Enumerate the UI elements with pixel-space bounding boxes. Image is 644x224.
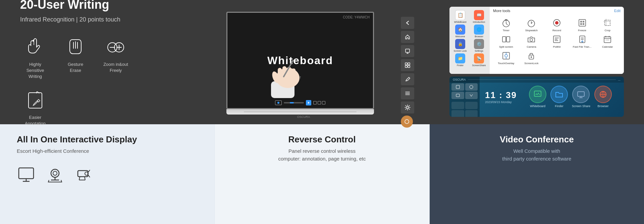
- main-title: 20-User Writing: [20, 0, 134, 12]
- bottom-app-finder[interactable]: Finder: [550, 86, 568, 108]
- col1-icons: [17, 165, 93, 184]
- subtitle: Infrared Recognition | 20 points touch: [20, 16, 134, 23]
- feature-label-annotation: EasierAnnotation: [25, 115, 46, 127]
- mini-app-settings[interactable]: ⚙️ Settings: [470, 39, 488, 52]
- svg-point-67: [470, 85, 473, 89]
- svg-rect-12: [408, 65, 410, 68]
- tool-stopwatch[interactable]: Stopwatch: [520, 17, 543, 32]
- bottom-app-finder-label: Finder: [555, 104, 564, 108]
- svg-rect-10: [408, 63, 410, 65]
- bottom-app-browser-label: Browser: [597, 104, 608, 108]
- left-panel: 20-User Writing Infrared Recognition | 2…: [20, 0, 141, 127]
- more-tools-label: More tools: [493, 9, 510, 13]
- svg-rect-82: [78, 171, 88, 177]
- tool-camera[interactable]: Camera: [520, 34, 543, 48]
- edit-label[interactable]: Edit: [614, 9, 621, 13]
- whiteboard-frame: CODE: Y4WWCH Whiteboard: [226, 12, 374, 109]
- tool-timer-label: Timer: [503, 29, 509, 32]
- sidebar-icon-settings[interactable]: [401, 101, 414, 114]
- svg-rect-68: [456, 94, 460, 97]
- col3-title: Video Conference: [500, 134, 574, 145]
- bottom-app-whiteboard[interactable]: Whiteboard: [529, 86, 546, 108]
- mini-app-intro[interactable]: 📖 Introduction: [470, 10, 488, 23]
- bottom-section: All In One Interactive Display Escort Hi…: [0, 124, 644, 224]
- col-video-conference: Video Conference Well Compatible with th…: [430, 124, 644, 224]
- mini-app-screenshare[interactable]: 📡 ScreenShare: [470, 53, 488, 66]
- top-section: 20-User Writing Infrared Recognition | 2…: [0, 0, 644, 124]
- tool-calendar-label: Calendar: [602, 45, 613, 48]
- right-panel: 📋 WhiteBoard 📖 Introduction 🏠 Welcome: [449, 7, 624, 118]
- sidebar-icons: [401, 17, 416, 128]
- sidebar-icon-back[interactable]: [401, 17, 414, 29]
- mini-app-browser[interactable]: 🌐 Browser: [470, 25, 488, 38]
- col2-subtitle: Panel reverse control wireless computer:…: [278, 147, 366, 163]
- feature-label-zoom: Zoom in&outFreely: [103, 61, 128, 74]
- monitor-icon: [17, 165, 36, 184]
- svg-rect-11: [405, 65, 407, 68]
- tool-crop[interactable]: Crop: [596, 17, 619, 32]
- svg-rect-66: [456, 85, 460, 89]
- svg-rect-23: [292, 69, 296, 79]
- tool-freeze-label: Freeze: [578, 29, 586, 32]
- col3-subtitle: Well Compatible with third party confere…: [502, 147, 571, 163]
- col2-title: Reverse Control: [288, 134, 356, 145]
- svg-rect-39: [583, 23, 584, 25]
- sidebar-icon-home[interactable]: [401, 31, 414, 43]
- mini-app-whiteboard[interactable]: 📋 WhiteBoard: [451, 10, 469, 23]
- col1-title: All In One Interactive Display: [17, 134, 137, 145]
- tool-splitscreen[interactable]: Split screen: [494, 34, 518, 48]
- svg-marker-27: [308, 102, 310, 104]
- tool-screenlock[interactable]: ScreenLock: [520, 50, 543, 65]
- sidebar-icon-circle[interactable]: [401, 116, 413, 128]
- webcam-icon: [46, 165, 64, 184]
- tool-calendar[interactable]: Calendar: [596, 34, 619, 48]
- whiteboard-base: [226, 109, 374, 115]
- app-screenshot-bottom: OSCURA ...: [449, 77, 624, 117]
- whiteboard-container: CODE: Y4WWCH Whiteboard: [226, 12, 381, 113]
- svg-point-34: [555, 21, 558, 25]
- tool-timer[interactable]: Timer: [494, 17, 518, 32]
- tool-freeze[interactable]: Freeze: [571, 17, 594, 32]
- mini-app-screenlock[interactable]: 🔒 Screen Lock: [451, 39, 469, 52]
- tool-crop-label: Crop: [605, 29, 610, 32]
- svg-rect-70: [578, 92, 584, 96]
- sidebar-icon-pen[interactable]: [401, 73, 414, 85]
- mini-app-finder[interactable]: 📁 Finder: [451, 53, 469, 66]
- tool-record[interactable]: Record: [545, 17, 569, 32]
- mini-app-welcome[interactable]: 🏠 Welcome: [451, 25, 469, 38]
- tool-fastfile-label: Fast File Tran...: [573, 45, 592, 48]
- feature-label-gesture: GestureErase: [68, 61, 83, 74]
- tool-touchoverlay[interactable]: TouchOverlay: [494, 50, 518, 65]
- app-screenshot-top: 📋 WhiteBoard 📖 Introduction 🏠 Welcome: [449, 7, 624, 74]
- sidebar-icon-source[interactable]: [401, 45, 414, 57]
- bottom-app-screenshare[interactable]: Screen Share: [572, 86, 590, 108]
- svg-rect-44: [506, 37, 510, 42]
- feature-label-sensitive: HighlySensitive Writing: [20, 61, 50, 80]
- tools-grid: Timer Stopwatch Record: [492, 15, 622, 68]
- tool-fastfile[interactable]: Fast File Tran...: [571, 34, 594, 48]
- sidebar-icon-apps[interactable]: [401, 59, 414, 71]
- annotate-icon: [24, 90, 46, 111]
- bottom-apps: Whiteboard Finder Screen Share: [522, 86, 619, 108]
- feature-annotation: EasierAnnotation: [20, 90, 50, 127]
- tool-record-label: Record: [552, 29, 561, 32]
- svg-marker-26: [300, 76, 301, 80]
- clock-date: 2023/09/15 Monday: [485, 100, 517, 104]
- svg-point-45: [530, 39, 533, 41]
- svg-rect-37: [583, 21, 584, 23]
- svg-rect-40: [605, 20, 610, 26]
- svg-point-17: [405, 120, 409, 124]
- gesture-icon: [65, 37, 86, 58]
- tool-camera-label: Camera: [527, 45, 536, 48]
- sidebar-icon-menu[interactable]: [401, 87, 414, 99]
- bottom-app-browser[interactable]: Browser: [594, 86, 612, 108]
- tool-pollkit-label: PollKit: [553, 45, 561, 48]
- svg-point-57: [606, 40, 606, 40]
- svg-rect-75: [19, 168, 34, 179]
- feature-gesture-erase: GestureErase: [60, 37, 91, 80]
- svg-rect-36: [580, 21, 582, 23]
- col-all-in-one: All In One Interactive Display Escort Hi…: [0, 124, 214, 224]
- svg-point-16: [407, 106, 409, 108]
- col1-icon-webcam: [46, 165, 64, 184]
- tool-pollkit[interactable]: PollKit: [545, 34, 569, 48]
